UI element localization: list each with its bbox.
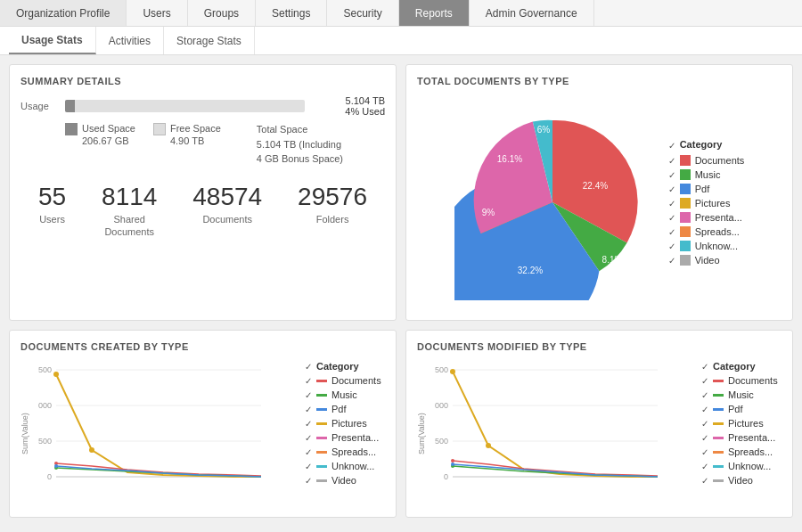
modified-chart: 1500 1000 500 0	[435, 361, 692, 506]
created-panel-title: DOCUMENTS CREATED BY TYPE	[20, 341, 385, 352]
pie-legend-label-documents: Documents	[695, 155, 745, 166]
created-legend-label-video: Video	[331, 475, 356, 486]
modified-line-pictures	[453, 372, 658, 477]
modified-legend-music[interactable]: ✓ Music	[701, 389, 782, 400]
created-legend-spreads[interactable]: ✓ Spreads...	[305, 446, 385, 457]
created-y-axis: Sum(Value)	[20, 361, 29, 506]
pie-legend-box-pictures	[680, 198, 691, 209]
created-legend-presenta[interactable]: ✓ Presenta...	[305, 432, 385, 443]
created-legend-video[interactable]: ✓ Video	[305, 475, 385, 486]
pie-legend-label-unknow: Unknow...	[695, 241, 738, 251]
created-legend-header-row: ✓ Category	[305, 361, 385, 372]
modified-legend-documents[interactable]: ✓ Documents	[701, 375, 782, 386]
pie-label-documents: 22.4%	[582, 181, 607, 191]
pie-panel-title: TOTAL DOCUMENTS BY TYPE	[417, 76, 782, 86]
modified-legend-label-presenta: Presenta...	[728, 432, 775, 443]
svg-point-10	[89, 447, 94, 453]
nav-admin-governance[interactable]: Admin Governance	[470, 0, 594, 26]
created-legend-label-spreads: Spreads...	[331, 446, 376, 457]
svg-point-25	[451, 459, 454, 462]
pie-legend-unknow[interactable]: ✓ Unknow...	[668, 241, 745, 251]
subnav-storage-stats[interactable]: Storage Stats	[164, 27, 255, 54]
pie-label-pdf: 32.2%	[517, 266, 542, 275]
free-space-box	[153, 123, 166, 135]
created-legend-documents[interactable]: ✓ Documents	[305, 375, 385, 386]
created-y-axis-label: Sum(Value)	[20, 381, 29, 487]
modified-legend-label-documents: Documents	[728, 375, 778, 386]
modified-legend-pictures[interactable]: ✓ Pictures	[701, 418, 782, 429]
created-legend-label-music: Music	[331, 389, 357, 400]
total-space-value: 5.104 TB (Including	[257, 137, 343, 152]
nav-groups[interactable]: Groups	[188, 0, 256, 26]
modified-legend-pdf[interactable]: ✓ Pdf	[701, 404, 782, 414]
modified-line-chart: 1500 1000 500 0	[435, 361, 667, 503]
created-chart: 1500 1000 500 0	[38, 361, 296, 506]
modified-legend-label-music: Music	[728, 389, 754, 400]
pie-legend-box-music	[680, 169, 691, 180]
svg-point-9	[53, 372, 59, 377]
created-chart-legend: ✓ Category ✓ Documents ✓ Music ✓ Pdf	[305, 361, 385, 506]
usage-bar-row: Usage 5.104 TB 4% Used	[20, 95, 385, 117]
subnav-usage-stats[interactable]: Usage Stats	[9, 27, 96, 54]
nav-settings[interactable]: Settings	[256, 0, 327, 26]
created-legend-music[interactable]: ✓ Music	[305, 389, 385, 400]
pie-label-music: 8.1%	[602, 255, 622, 265]
created-legend-unknow[interactable]: ✓ Unknow...	[305, 461, 385, 471]
pie-legend-documents[interactable]: ✓ Documents	[668, 155, 745, 166]
top-navigation: Organization Profile Users Groups Settin…	[0, 0, 802, 27]
nav-security[interactable]: Security	[327, 0, 398, 26]
svg-text:1500: 1500	[38, 365, 52, 374]
svg-text:500: 500	[38, 437, 52, 446]
modified-chart-area: Sum(Value) 1500 1000 500 0	[417, 361, 782, 506]
svg-text:500: 500	[435, 437, 448, 446]
modified-legend-header: Category	[713, 361, 756, 372]
stat-users-num: 55	[38, 184, 66, 209]
pie-panel: TOTAL DOCUMENTS BY TYPE 22.4% 8.1%	[405, 64, 793, 321]
main-content: SUMMARY DETAILS Usage 5.104 TB 4% Used U…	[0, 55, 802, 527]
stat-folders: 29576 Folders	[298, 184, 367, 239]
created-legend-pictures[interactable]: ✓ Pictures	[305, 418, 385, 429]
modified-legend-video[interactable]: ✓ Video	[701, 475, 782, 486]
pie-label-pictures: 9%	[481, 208, 495, 217]
svg-text:1000: 1000	[435, 401, 448, 410]
created-legend-label-pictures: Pictures	[331, 418, 367, 429]
pie-legend-pdf[interactable]: ✓ Pdf	[668, 184, 745, 194]
modified-legend-spreads[interactable]: ✓ Spreads...	[701, 446, 782, 457]
created-panel: DOCUMENTS CREATED BY TYPE Sum(Value) 150…	[9, 330, 397, 518]
created-legend-pdf[interactable]: ✓ Pdf	[305, 404, 385, 414]
modified-legend-presenta[interactable]: ✓ Presenta...	[701, 432, 782, 443]
pie-legend-pictures[interactable]: ✓ Pictures	[668, 198, 745, 209]
free-space-value: 4.90 TB	[170, 135, 221, 147]
stat-folders-num: 29576	[298, 184, 367, 209]
stat-folders-label: Folders	[298, 213, 367, 225]
pie-legend-spreads[interactable]: ✓ Spreads...	[668, 226, 745, 237]
nav-reports[interactable]: Reports	[399, 0, 470, 26]
used-space-box	[65, 123, 78, 135]
modified-legend-label-video: Video	[728, 475, 753, 486]
modified-legend-unknow[interactable]: ✓ Unknow...	[701, 461, 782, 471]
modified-chart-legend: ✓ Category ✓ Documents ✓ Music ✓ Pdf	[701, 361, 782, 506]
modified-legend-header-row: ✓ Category	[701, 361, 782, 372]
pie-legend-presenta[interactable]: ✓ Presenta...	[668, 212, 745, 223]
total-space-bonus: 4 GB Bonus Space)	[257, 151, 343, 167]
used-space-label: Used Space	[82, 122, 135, 135]
pie-legend-label-video: Video	[695, 255, 720, 266]
stat-shared-docs: 8114 SharedDocuments	[102, 184, 157, 239]
usage-pct: 4% Used	[314, 106, 385, 117]
pie-legend-box-spreads	[680, 226, 691, 237]
svg-text:0: 0	[444, 472, 448, 481]
usage-tb: 5.104 TB	[314, 95, 385, 106]
pie-label-spreads: 6%	[536, 125, 550, 135]
subnav-activities[interactable]: Activities	[96, 27, 164, 54]
nav-users[interactable]: Users	[127, 0, 187, 26]
pie-container: 22.4% 8.1% 32.2% 9% 16.1% 6% ✓ Category …	[417, 95, 782, 309]
pie-legend-box-documents	[680, 155, 691, 166]
nav-org-profile[interactable]: Organization Profile	[0, 0, 127, 26]
pie-chart: 22.4% 8.1% 32.2% 9% 16.1% 6%	[454, 104, 651, 300]
modified-legend-label-pdf: Pdf	[728, 404, 743, 414]
pie-legend-music[interactable]: ✓ Music	[668, 169, 745, 180]
created-chart-area: Sum(Value) 1500 1000 500 0	[20, 361, 385, 506]
pie-legend-video[interactable]: ✓ Video	[668, 255, 745, 266]
summary-panel-title: SUMMARY DETAILS	[20, 76, 385, 86]
stat-shared-docs-label: SharedDocuments	[102, 213, 157, 239]
